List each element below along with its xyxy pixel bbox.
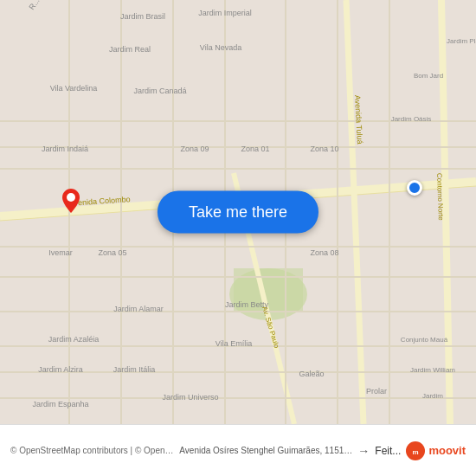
app: Jardim Brasil Jardim Imperial Jardim Rea…: [0, 0, 476, 476]
svg-text:Jardim Azaléia: Jardim Azaléia: [48, 335, 100, 344]
origin-dot: [407, 180, 422, 196]
svg-text:Vila Vardelina: Vila Vardelina: [50, 84, 98, 93]
svg-text:Jardim Canadá: Jardim Canadá: [133, 87, 186, 95]
bottom-bar: © OpenStreetMap contributors | © OpenMap…: [0, 424, 476, 476]
svg-text:Zona 09: Zona 09: [180, 145, 209, 153]
svg-text:Zona 01: Zona 01: [241, 145, 269, 153]
svg-text:Jardim Alamar: Jardim Alamar: [113, 305, 164, 313]
svg-text:Vila Emília: Vila Emília: [215, 339, 252, 348]
arrow-icon: →: [357, 444, 370, 458]
svg-text:Jardim Indaiá: Jardim Indaiá: [42, 145, 88, 153]
svg-text:Zona 10: Zona 10: [310, 145, 338, 153]
svg-point-58: [67, 193, 75, 202]
svg-text:Bom Jard: Bom Jard: [414, 72, 443, 80]
svg-text:Vila Nevada: Vila Nevada: [200, 43, 241, 52]
map-container: Jardim Brasil Jardim Imperial Jardim Rea…: [0, 0, 476, 424]
svg-text:Zona 08: Zona 08: [310, 248, 338, 257]
svg-text:Jardim Brasil: Jardim Brasil: [120, 12, 165, 21]
svg-text:Jardim William: Jardim William: [410, 366, 455, 374]
svg-text:Zona 05: Zona 05: [98, 248, 126, 257]
destination-pin: [59, 189, 83, 220]
svg-text:m: m: [413, 448, 419, 456]
attribution-text: © OpenStreetMap contributors | © OpenMap…: [10, 446, 179, 455]
svg-text:Contorno Norte: Contorno Norte: [435, 173, 445, 222]
moovit-logo: m moovit: [406, 441, 466, 460]
take-me-there-button[interactable]: Take me there: [158, 191, 318, 234]
svg-text:Jardim Oásis: Jardim Oásis: [391, 115, 432, 123]
svg-text:Jardim Alzira: Jardim Alzira: [38, 365, 83, 374]
destination-address: Avenida Osíres Stenghel Guimarães, 1151-…: [179, 446, 352, 455]
svg-text:Galeão: Galeão: [299, 370, 324, 378]
svg-text:Conjunto Mauá: Conjunto Mauá: [401, 336, 448, 344]
svg-text:Jardim Real: Jardim Real: [109, 45, 151, 54]
svg-text:Ivemar: Ivemar: [48, 248, 73, 257]
destination-short-label: Feit...: [375, 445, 401, 457]
svg-text:Jardim Imperial: Jardim Imperial: [198, 9, 252, 17]
svg-text:Jardim Pla: Jardim Pla: [447, 37, 476, 45]
svg-text:Jardim Espanha: Jardim Espanha: [32, 400, 88, 408]
bottom-left: © OpenStreetMap contributors | © OpenMap…: [10, 446, 179, 455]
svg-text:Jardim Universo: Jardim Universo: [162, 393, 218, 402]
bottom-right: Avenida Osíres Stenghel Guimarães, 1151-…: [179, 441, 466, 460]
svg-text:Jardim Itália: Jardim Itália: [113, 365, 156, 374]
moovit-text: moovit: [428, 444, 466, 457]
moovit-icon: m: [406, 441, 425, 460]
svg-text:Prolar: Prolar: [366, 387, 387, 396]
svg-text:Jardim: Jardim: [422, 392, 443, 400]
